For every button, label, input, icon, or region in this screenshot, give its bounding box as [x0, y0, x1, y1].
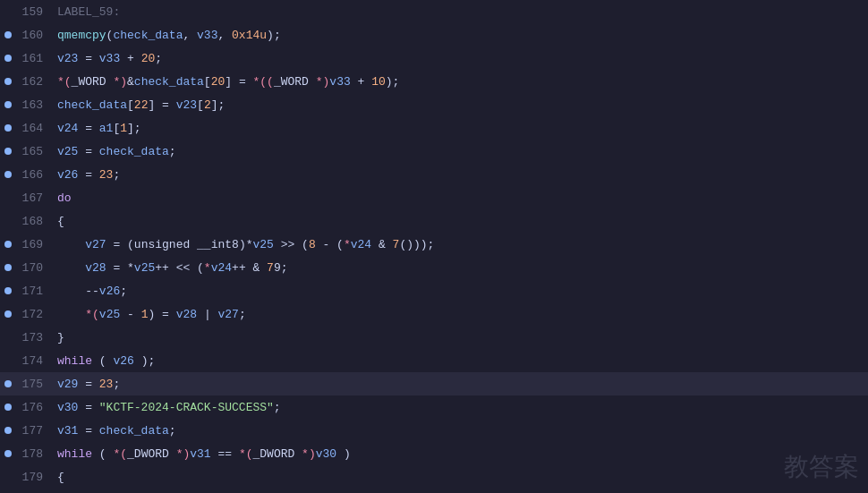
line-content: v29 = 23; [54, 378, 868, 391]
line-number: 160 [16, 29, 54, 42]
line-number: 164 [16, 122, 54, 135]
line-content: v26 = 23; [54, 168, 868, 182]
line-number: 162 [16, 75, 54, 89]
line-dot [0, 148, 16, 155]
breakpoint-dot[interactable] [4, 171, 12, 178]
breakpoint-dot[interactable] [4, 101, 12, 108]
line-dot [0, 450, 16, 457]
code-line: 170 v28 = *v25++ << (*v24++ & 79; [0, 256, 868, 279]
code-line: 172 *(v25 - 1) = v28 | v27; [0, 302, 868, 326]
line-content: v28 = *v25++ << (*v24++ & 79; [54, 261, 868, 275]
line-content: check_data[22] = v23[2]; [54, 98, 868, 112]
code-line: 169 v27 = (unsigned __int8)*v25 >> (8 - … [0, 233, 868, 256]
line-number: 169 [16, 238, 54, 251]
line-number: 172 [16, 308, 54, 321]
line-number: 170 [16, 261, 54, 275]
line-content: qmemcpy(check_data, v33, 0x14u); [54, 29, 868, 42]
line-content: } [54, 331, 868, 344]
line-number: 171 [16, 285, 54, 298]
code-line: 174while ( v26 ); [0, 349, 868, 372]
breakpoint-dot[interactable] [4, 264, 12, 271]
line-dot [0, 427, 16, 434]
line-number: 166 [16, 168, 54, 182]
line-number: 173 [16, 331, 54, 344]
code-editor: 159LABEL_59:160qmemcpy(check_data, v33, … [0, 0, 868, 493]
code-line: 167do [0, 186, 868, 209]
breakpoint-dot[interactable] [4, 78, 12, 85]
breakpoint-dot[interactable] [4, 380, 12, 387]
line-content: { [54, 471, 868, 484]
line-dot [0, 78, 16, 85]
code-line: 159LABEL_59: [0, 0, 868, 23]
line-number: 174 [16, 354, 54, 368]
code-line: 173} [0, 326, 868, 349]
line-content: v30 = "KCTF-2024-CRACK-SUCCESS"; [54, 401, 868, 414]
line-number: 177 [16, 424, 54, 438]
code-line: 179{ [0, 465, 868, 489]
breakpoint-dot[interactable] [4, 148, 12, 155]
code-line: 163check_data[22] = v23[2]; [0, 93, 868, 116]
breakpoint-dot[interactable] [4, 241, 12, 248]
line-content: do [54, 191, 868, 205]
code-line: 178while ( *(_DWORD *)v31 == *(_DWORD *)… [0, 442, 868, 465]
line-dot [0, 171, 16, 178]
code-line: 171 --v26; [0, 279, 868, 302]
line-content: --v26; [54, 285, 868, 298]
line-dot [0, 55, 16, 62]
line-content: *(_WORD *)&check_data[20] = *((_WORD *)v… [54, 75, 868, 89]
line-dot [0, 124, 16, 132]
line-number: 179 [16, 471, 54, 484]
code-line: 177v31 = check_data; [0, 419, 868, 442]
breakpoint-dot[interactable] [4, 287, 12, 294]
breakpoint-dot[interactable] [4, 404, 12, 411]
code-line: 166v26 = 23; [0, 163, 868, 186]
line-content: v25 = check_data; [54, 145, 868, 158]
line-number: 176 [16, 401, 54, 414]
breakpoint-dot[interactable] [4, 450, 12, 457]
line-number: 163 [16, 98, 54, 112]
line-number: 165 [16, 145, 54, 158]
line-number: 175 [16, 378, 54, 391]
line-content: v31 = check_data; [54, 424, 868, 438]
line-content: while ( v26 ); [54, 354, 868, 368]
line-number: 159 [16, 5, 54, 19]
code-line: 180 v29 -= 4; [0, 489, 868, 493]
line-content: while ( *(_DWORD *)v31 == *(_DWORD *)v30… [54, 447, 868, 461]
line-dot [0, 264, 16, 271]
line-number: 161 [16, 52, 54, 65]
line-content: v23 = v33 + 20; [54, 52, 868, 65]
line-content: v27 = (unsigned __int8)*v25 >> (8 - (*v2… [54, 238, 868, 251]
line-dot [0, 310, 16, 318]
line-number: 168 [16, 215, 54, 228]
line-content: LABEL_59: [54, 5, 868, 19]
line-dot [0, 287, 16, 294]
line-number: 167 [16, 191, 54, 205]
breakpoint-dot[interactable] [4, 427, 12, 434]
line-dot [0, 241, 16, 248]
line-content: { [54, 215, 868, 228]
line-dot [0, 404, 16, 411]
code-line: 160qmemcpy(check_data, v33, 0x14u); [0, 23, 868, 47]
code-line: 164v24 = a1[1]; [0, 116, 868, 140]
code-line: 165v25 = check_data; [0, 140, 868, 163]
line-number: 178 [16, 447, 54, 461]
code-line: 162*(_WORD *)&check_data[20] = *((_WORD … [0, 70, 868, 93]
code-line: 168{ [0, 209, 868, 233]
breakpoint-dot[interactable] [4, 310, 12, 318]
line-content: *(v25 - 1) = v28 | v27; [54, 308, 868, 321]
breakpoint-dot[interactable] [4, 31, 12, 38]
line-content: v24 = a1[1]; [54, 122, 868, 135]
line-dot [0, 101, 16, 108]
breakpoint-dot[interactable] [4, 124, 12, 132]
code-line: 176v30 = "KCTF-2024-CRACK-SUCCESS"; [0, 395, 868, 419]
code-line: 161v23 = v33 + 20; [0, 47, 868, 70]
line-dot [0, 31, 16, 38]
breakpoint-dot[interactable] [4, 55, 12, 62]
line-dot [0, 380, 16, 387]
code-line: 175v29 = 23; [0, 372, 868, 395]
